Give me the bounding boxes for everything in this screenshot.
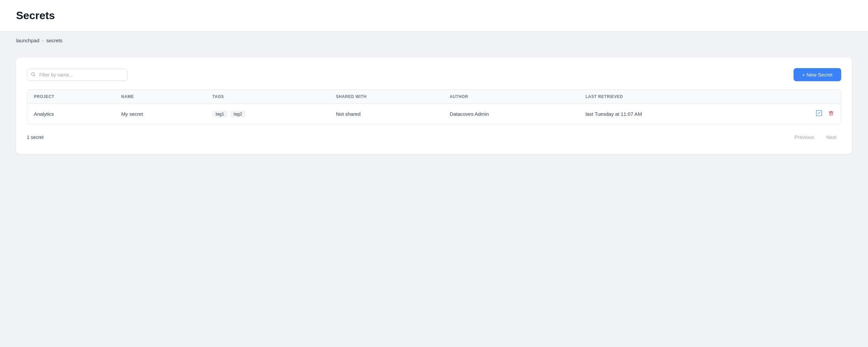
secrets-table: PROJECT NAME TAGS SHARED WITH AUTHOR LAS… bbox=[27, 90, 841, 124]
secret-count: 1 secret bbox=[27, 135, 43, 140]
cell-shared-with: Not shared bbox=[329, 104, 443, 124]
col-name: NAME bbox=[115, 90, 206, 104]
edit-icon[interactable] bbox=[816, 110, 822, 118]
col-last-retrieved: LAST RETRIEVED bbox=[579, 90, 760, 104]
new-secret-button[interactable]: + New Secret bbox=[794, 68, 841, 81]
tag-2: tag2 bbox=[230, 110, 245, 117]
cell-last-retrieved: last Tuesday at 11:07 AM bbox=[579, 104, 760, 124]
col-actions bbox=[760, 90, 841, 104]
cell-project: Analytics bbox=[27, 104, 115, 124]
table-footer: 1 secret Previous Next bbox=[27, 132, 841, 142]
breadcrumb-separator: › bbox=[42, 38, 43, 43]
col-author: AUTHOR bbox=[443, 90, 579, 104]
cell-name: My secret bbox=[115, 104, 206, 124]
table-header: PROJECT NAME TAGS SHARED WITH AUTHOR LAS… bbox=[27, 90, 841, 104]
toolbar: + New Secret bbox=[27, 68, 841, 81]
tag-1: tag1 bbox=[212, 110, 227, 117]
page-header: Secrets bbox=[0, 0, 868, 32]
breadcrumb-parent[interactable]: launchpad bbox=[16, 37, 39, 43]
main-content: + New Secret PROJECT NAME TAGS SHARED WI… bbox=[0, 49, 868, 162]
search-input[interactable] bbox=[27, 69, 127, 81]
cell-tags: tag1 tag2 bbox=[206, 104, 329, 124]
secrets-card: + New Secret PROJECT NAME TAGS SHARED WI… bbox=[16, 57, 852, 154]
previous-button[interactable]: Previous bbox=[790, 132, 819, 142]
breadcrumb-current: secrets bbox=[46, 37, 62, 43]
table-body: Analytics My secret tag1 tag2 Not shared… bbox=[27, 104, 841, 124]
pagination: Previous Next bbox=[790, 132, 841, 142]
cell-author: Datacoves Admin bbox=[443, 104, 579, 124]
cell-actions bbox=[760, 104, 841, 124]
delete-icon[interactable] bbox=[828, 110, 834, 118]
action-icons bbox=[766, 110, 834, 118]
col-shared-with: SHARED WITH bbox=[329, 90, 443, 104]
svg-rect-3 bbox=[830, 112, 833, 115]
table-row: Analytics My secret tag1 tag2 Not shared… bbox=[27, 104, 841, 124]
search-wrapper bbox=[27, 69, 127, 81]
secrets-table-container: PROJECT NAME TAGS SHARED WITH AUTHOR LAS… bbox=[27, 89, 841, 124]
breadcrumb: launchpad › secrets bbox=[0, 32, 868, 49]
col-project: PROJECT bbox=[27, 90, 115, 104]
next-button[interactable]: Next bbox=[822, 132, 841, 142]
page-title: Secrets bbox=[16, 9, 852, 22]
col-tags: TAGS bbox=[206, 90, 329, 104]
